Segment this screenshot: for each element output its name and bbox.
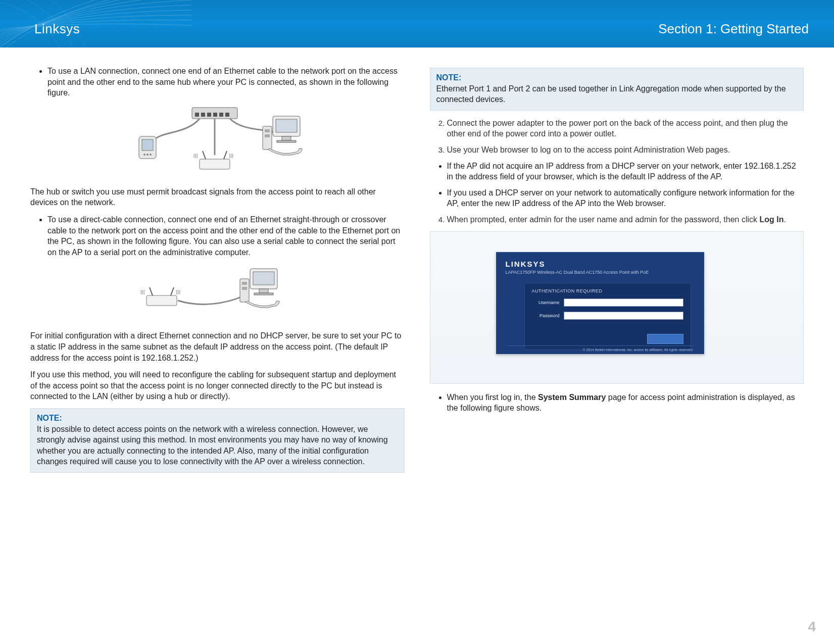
svg-rect-25 <box>265 129 270 132</box>
note-wireless-warning: NOTE: It is possible to detect access po… <box>30 408 405 473</box>
right-column: NOTE: Ethernet Port 1 and Port 2 can be … <box>430 63 804 480</box>
note-body: Ethernet Port 1 and Port 2 can be used t… <box>436 84 786 104</box>
svg-text:))): ))) <box>176 289 180 294</box>
svg-rect-27 <box>146 295 177 306</box>
svg-rect-9 <box>225 113 229 117</box>
svg-line-16 <box>203 151 206 159</box>
note-body: It is possible to detect access points o… <box>37 425 388 466</box>
svg-rect-34 <box>259 289 268 293</box>
svg-rect-37 <box>242 282 247 285</box>
login-panel-title: AUTHENTICATION REQUIRED <box>532 288 683 293</box>
summary-text-a: When you first log in, the <box>447 393 538 402</box>
svg-rect-7 <box>213 113 217 117</box>
step-4-login-bold: Log In <box>759 215 783 224</box>
note-title: NOTE: <box>37 414 62 422</box>
svg-rect-5 <box>201 113 205 117</box>
figure-direct-topology: ((( ))) <box>30 263 405 323</box>
svg-rect-4 <box>195 113 199 117</box>
bullet-direct: To use a direct-cable connection, connec… <box>47 214 405 258</box>
figure-login-screenshot: LINKSYS LAPAC1750FP Wireless-AC Dual Ban… <box>430 231 804 384</box>
login-username-input[interactable] <box>564 299 683 307</box>
step-2: Connect the power adapter to the power p… <box>447 118 804 139</box>
step-4: When prompted, enter admin for the user … <box>447 214 804 225</box>
login-username-label: Username <box>532 300 560 305</box>
svg-line-29 <box>171 287 174 295</box>
header-wave-decor <box>0 0 192 47</box>
login-brand: LINKSYS <box>506 260 546 268</box>
step-4-text-c: . <box>783 215 786 224</box>
bullet-dhcp: If you used a DHCP server on your networ… <box>447 187 804 209</box>
svg-line-17 <box>224 151 227 159</box>
svg-rect-22 <box>282 136 291 140</box>
svg-rect-11 <box>142 139 153 151</box>
note-title: NOTE: <box>436 73 462 82</box>
login-password-input[interactable] <box>564 312 683 320</box>
svg-point-13 <box>146 154 149 156</box>
svg-rect-33 <box>253 272 274 285</box>
svg-rect-15 <box>200 159 230 169</box>
para-reconfigure: If you use this method, you will need to… <box>30 369 405 402</box>
step-4-text-a: When prompted, enter admin for the user … <box>447 215 760 224</box>
brand-label: Linksys <box>34 21 80 37</box>
login-model: LAPAC1750FP Wireless-AC Dual Band AC1750… <box>506 270 649 275</box>
bullet-system-summary: When you first log in, the System Summar… <box>447 392 804 414</box>
bullet-no-dhcp: If the AP did not acquire an IP address … <box>447 161 804 182</box>
page-body: To use a LAN connection, connect one end… <box>0 47 834 500</box>
svg-rect-23 <box>277 140 296 142</box>
para-initial-config: For initial configuration with a direct … <box>30 330 405 363</box>
login-auth-panel: AUTHENTICATION REQUIRED Username Passwor… <box>524 283 691 350</box>
login-password-label: Password <box>532 313 560 318</box>
step-3: Use your Web browser to log on to the ac… <box>447 144 804 156</box>
svg-rect-6 <box>207 113 211 117</box>
svg-point-12 <box>143 154 145 156</box>
svg-rect-38 <box>242 287 247 290</box>
figure-lan-topology: ((( ))) <box>30 104 405 179</box>
svg-point-14 <box>150 154 152 156</box>
note-link-aggregation: NOTE: Ethernet Port 1 and Port 2 can be … <box>430 68 804 111</box>
svg-rect-26 <box>265 134 270 137</box>
svg-text:(((: ((( <box>193 153 198 158</box>
login-submit-button[interactable] <box>647 334 683 344</box>
svg-rect-21 <box>276 119 297 132</box>
svg-rect-8 <box>219 113 223 117</box>
login-footer-text: © 2014 Belkin International, Inc. and/or… <box>582 348 693 352</box>
para-hub-broadcast: The hub or switch you use must permit br… <box>30 186 405 208</box>
summary-bold: System Summary <box>538 393 606 402</box>
left-column: To use a LAN connection, connect one end… <box>30 63 405 480</box>
bullet-lan: To use a LAN connection, connect one end… <box>47 66 405 98</box>
section-title: Section 1: Getting Started <box>658 21 809 37</box>
svg-text:))): ))) <box>229 153 233 158</box>
login-footer-divider <box>507 345 694 346</box>
svg-line-28 <box>150 287 153 295</box>
login-window: LINKSYS LAPAC1750FP Wireless-AC Dual Ban… <box>496 252 704 354</box>
svg-text:(((: ((( <box>140 289 145 294</box>
doc-header: Linksys Section 1: Getting Started <box>0 0 834 47</box>
svg-rect-35 <box>254 293 273 295</box>
